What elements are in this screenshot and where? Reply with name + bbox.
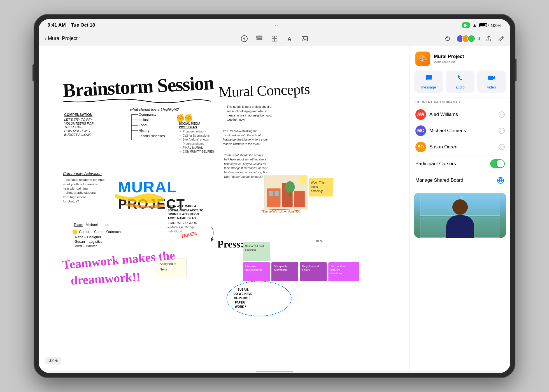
layers-tool-icon[interactable]	[256, 35, 263, 42]
svg-point-78	[285, 181, 295, 193]
svg-text:Community Activation: Community Activation	[63, 171, 101, 176]
participant-info-michael[interactable]: ⓘ	[499, 128, 505, 134]
back-button[interactable]	[44, 34, 47, 43]
media-tool-icon[interactable]	[301, 35, 308, 42]
participant-avatars	[456, 35, 475, 43]
svg-text:NEHA WILL MAKE A: NEHA WILL MAKE A	[168, 204, 197, 208]
video-button[interactable]: video	[477, 71, 506, 93]
participant-avatar-aled: AW	[415, 109, 426, 120]
participants-button[interactable]: 3	[456, 35, 480, 43]
main-content: Brainstorm Session Mural Concepts COMPEN…	[39, 46, 510, 371]
canvas-area[interactable]: Brainstorm Session Mural Concepts COMPEN…	[39, 46, 410, 371]
svg-text:SOCIAL MEDIA: SOCIAL MEDIA	[179, 122, 201, 125]
participants-section-header: CURRENT PARTICIPANTS	[410, 97, 510, 106]
text-tool-icon[interactable]: A	[286, 35, 293, 42]
power-button[interactable]	[515, 59, 517, 81]
svg-text:ecologies: ecologies	[245, 248, 257, 251]
manage-shared-board-row[interactable]: Manage Shared Board	[410, 172, 510, 188]
manage-shared-board-label: Manage Shared Board	[415, 178, 496, 183]
wifi-icon: ▲	[473, 23, 477, 28]
volume-button[interactable]	[32, 64, 34, 81]
svg-rect-80	[269, 191, 273, 196]
svg-text:– MURALS 4 GOOD: – MURALS 4 GOOD	[168, 221, 197, 225]
svg-text:– ArtGood: – ArtGood	[168, 230, 182, 233]
video-feed	[414, 193, 506, 238]
undo-button[interactable]	[444, 35, 451, 42]
edit-button[interactable]	[497, 35, 505, 42]
svg-text:Neha – Designer: Neha – Designer	[75, 235, 101, 239]
svg-text:WORK?: WORK?	[235, 305, 246, 308]
cursors-toggle-label: Participant Cursors	[415, 161, 490, 167]
pencil-tool-icon[interactable]	[241, 35, 248, 42]
svg-text:ACCT. NAME IDEAS:: ACCT. NAME IDEAS:	[168, 216, 197, 220]
svg-text:time capsule? Maybe we ask for: time capsule? Maybe we ask for	[224, 162, 266, 165]
svg-text:Michael – Lead: Michael – Lead	[86, 223, 110, 227]
participant-info-susan[interactable]: ⓘ	[499, 144, 505, 150]
svg-text:amazing!: amazing!	[311, 189, 323, 193]
shapes-tool-icon[interactable]	[271, 35, 278, 42]
participant-info-aled[interactable]: ⓘ	[499, 111, 505, 118]
svg-point-55	[73, 230, 77, 234]
svg-text:might partner with the school.: might partner with the school.	[223, 134, 261, 137]
svg-text:Mural Concepts: Mural Concepts	[218, 81, 310, 100]
svg-text:for photos?: for photos?	[63, 200, 79, 203]
svg-rect-1	[257, 37, 262, 38]
svg-point-9	[303, 38, 304, 39]
app-icon: 🎨	[415, 52, 430, 66]
panel-app-name: Mural Project	[434, 54, 505, 59]
svg-text:SUSAN,: SUSAN,	[238, 288, 249, 291]
share-button[interactable]	[485, 35, 492, 42]
toggle-knob	[497, 160, 504, 167]
whiteboard-canvas: Brainstorm Session Mural Concepts COMPEN…	[39, 46, 410, 371]
participant-row-michael[interactable]: MC Michael Clemens ⓘ	[410, 123, 510, 139]
svg-text:local residents: local residents	[245, 268, 262, 271]
svg-text:their strongest memories, or t: their strongest memories, or their	[224, 166, 267, 170]
message-label: message	[421, 85, 436, 89]
title-chevron-icon: ˅	[79, 36, 81, 41]
svg-text:Susan – Logistics: Susan – Logistics	[75, 240, 103, 244]
svg-rect-79	[289, 192, 291, 196]
svg-text:HOW MUCH WILL: HOW MUCH WILL	[64, 129, 91, 133]
home-bar[interactable]	[256, 371, 293, 372]
video-icon	[488, 74, 496, 83]
svg-text:COMPENSATION: COMPENSATION	[64, 113, 92, 117]
back-chevron-icon	[44, 34, 47, 43]
svg-text:– get youth volunteers to: – get youth volunteers to	[63, 183, 98, 186]
video-label: video	[487, 85, 496, 89]
participant-name-michael: Michael Clemens	[429, 128, 495, 134]
participant-name-susan: Susan Ogren	[429, 144, 495, 150]
document-title-button[interactable]: Mural Project ˅	[48, 36, 81, 41]
svg-text:MURAL: MURAL	[118, 178, 177, 196]
status-indicators: ▶ ▲ 100%	[462, 22, 501, 28]
participant-row-aled[interactable]: AW Aled Williams ⓘ	[410, 106, 510, 123]
svg-text:THE PERMIT: THE PERMIT	[232, 296, 250, 300]
document-title: Mural Project	[48, 36, 78, 41]
svg-text:– photography students: – photography students	[63, 191, 96, 194]
svg-text:history: history	[302, 268, 310, 271]
video-thumbnail	[414, 193, 506, 238]
cursors-toggle-switch[interactable]	[490, 159, 505, 168]
participant-row-susan[interactable]: SO Susan Ogren ⓘ	[410, 139, 510, 155]
svg-text:Research Local: Research Local	[245, 244, 264, 248]
svg-text:Interview: Interview	[245, 265, 256, 268]
svg-text:Community: Community	[139, 113, 157, 116]
panel-header: 🎨 Mural Project With Muralist	[410, 46, 510, 66]
svg-rect-3	[257, 36, 262, 37]
svg-text:✊: ✊	[184, 114, 193, 123]
svg-text:Maybe get the kids to write a : Maybe get the kids to write a story	[223, 138, 268, 141]
svg-text:Food: Food	[139, 123, 146, 127]
svg-text:best memories, or something li: best memories, or something like	[224, 171, 267, 174]
svg-text:VOLUNTEERS FOR: VOLUNTEERS FOR	[64, 122, 94, 125]
svg-rect-81	[274, 191, 278, 196]
phone-icon	[456, 74, 464, 83]
message-button[interactable]: message	[414, 71, 443, 93]
audio-button[interactable]: audio	[446, 71, 474, 93]
svg-text:Wow! This: Wow! This	[311, 181, 325, 184]
facetime-indicator: ▶	[462, 22, 470, 28]
svg-text:Neha: Neha	[160, 268, 168, 271]
svg-text:SOCIAL-MEDIA ACCT. TO: SOCIAL-MEDIA ACCT. TO	[168, 209, 204, 212]
svg-text:100%: 100%	[315, 239, 323, 243]
svg-text:Aled – Painter: Aled – Painter	[75, 244, 97, 248]
svg-text:that we illustrate in the mura: that we illustrate in the mural.	[223, 142, 261, 146]
battery-icon	[479, 23, 488, 27]
